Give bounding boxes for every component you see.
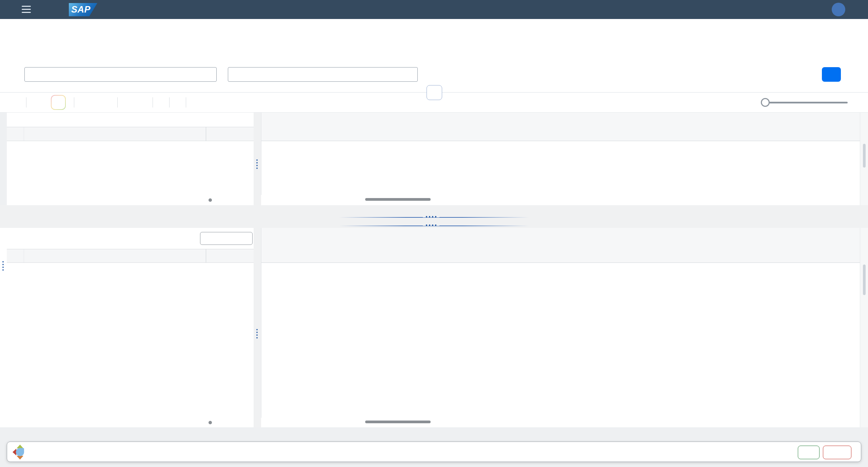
notifications-bell-icon[interactable] [814, 5, 823, 14]
capacity-description-column-header[interactable] [24, 249, 206, 262]
splitter-grip[interactable] [423, 216, 439, 217]
capacity-description-column-header[interactable] [24, 127, 206, 141]
search-icon[interactable] [746, 5, 755, 14]
dispatched-section-header [7, 113, 254, 127]
selector-column-header [7, 249, 24, 262]
logo-triangle-down [17, 456, 23, 460]
table-hscroll-thumb[interactable] [209, 198, 212, 202]
splitter-grip-dots[interactable] [256, 329, 258, 338]
support-icon[interactable] [769, 5, 778, 14]
capacity-label [228, 58, 229, 64]
chart-hscroll-thumb[interactable] [365, 421, 431, 423]
chart-hscroll-thumb[interactable] [365, 198, 431, 201]
time-profile-label [25, 58, 25, 64]
panel-splitter-zone[interactable] [0, 205, 868, 228]
capacity-input[interactable] [232, 67, 402, 82]
avatar[interactable] [832, 3, 845, 16]
dispatched-vscroll-thumb[interactable] [863, 144, 866, 168]
menu-icon[interactable] [22, 6, 31, 13]
help-icon[interactable] [791, 5, 801, 14]
dispatched-table [7, 141, 254, 195]
utilisation-chart [261, 263, 860, 418]
footer-bar [7, 442, 861, 462]
dispatched-column-header [7, 127, 254, 141]
time-zoom-slider[interactable] [761, 98, 848, 107]
toolbar-separator [74, 97, 74, 108]
utilisation-table-scroll-zone [7, 418, 254, 427]
selector-column-header [7, 127, 24, 141]
time-profile-field[interactable] [24, 67, 217, 82]
dispatched-table-scroll-zone [7, 195, 254, 205]
utilisation-column-header [7, 249, 254, 263]
utilisation-chart-scroll-zone [261, 418, 860, 427]
utilisation-splitter[interactable] [254, 228, 261, 427]
splitter-grip[interactable] [423, 225, 439, 226]
granularity-select[interactable] [200, 232, 253, 245]
dispatched-splitter[interactable] [254, 113, 261, 205]
toolbar-separator [153, 97, 153, 108]
cancel-button[interactable] [823, 446, 851, 459]
conos-logo[interactable] [13, 445, 27, 460]
utilisation-timeline [261, 228, 860, 263]
time-profile-input[interactable] [29, 67, 201, 82]
toolbar-separator [117, 97, 118, 108]
left-splitter-grip-dots[interactable] [2, 261, 4, 271]
logo-blob [16, 448, 24, 456]
go-button[interactable] [822, 67, 841, 82]
shell-header: SAP [0, 0, 868, 19]
dispatched-timeline [261, 113, 860, 141]
dispatched-gantt-chart [261, 141, 860, 195]
left-edge [0, 228, 7, 427]
toolbar-separator [26, 97, 26, 108]
work-center-column-header[interactable] [206, 127, 254, 141]
toolbar-separator [169, 97, 170, 108]
capacity-field[interactable] [228, 67, 418, 82]
slider-thumb[interactable] [761, 98, 770, 107]
utilisation-vscroll-track [860, 228, 868, 427]
dispatched-vscroll-track [860, 113, 868, 205]
utilisation-section-header [7, 228, 254, 249]
work-center-column-header[interactable] [206, 249, 254, 262]
save-button[interactable] [798, 446, 820, 459]
utilisation-vscroll-thumb[interactable] [863, 265, 866, 295]
collapse-header-button[interactable] [427, 85, 442, 100]
slider-track[interactable] [761, 102, 848, 103]
back-button[interactable] [50, 5, 60, 14]
splitter-grip-dots[interactable] [256, 159, 258, 169]
utilisation-table [7, 263, 254, 418]
dispatched-chart-scroll-zone [261, 195, 860, 205]
table-hscroll-thumb[interactable] [209, 421, 212, 424]
product-switch-chevron-icon[interactable] [183, 6, 193, 16]
toolbar-separator [186, 97, 186, 108]
sap-logo[interactable]: SAP [69, 3, 97, 16]
ai-assistant-button[interactable] [51, 95, 66, 110]
